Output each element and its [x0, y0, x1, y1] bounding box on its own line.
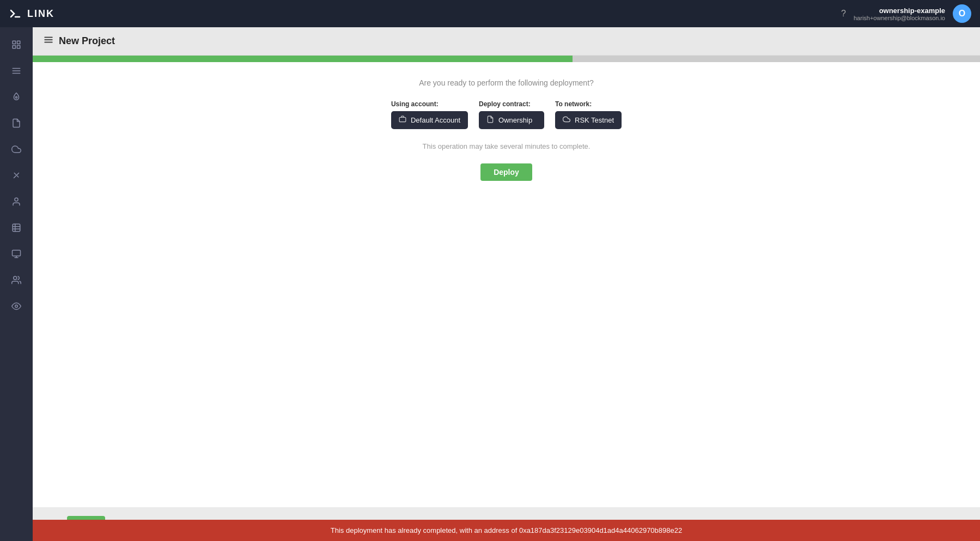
svg-rect-4	[17, 46, 20, 48]
sidebar-item-menu[interactable]	[4, 59, 28, 83]
svg-rect-22	[399, 118, 406, 122]
page-header: New Project	[33, 27, 980, 56]
svg-rect-14	[13, 250, 21, 256]
network-col: To network: RSK Testnet	[555, 100, 622, 129]
topbar-email: harish+ownership@blockmason.io	[854, 15, 945, 21]
content-area: New Project Are you ready to perform the…	[33, 27, 980, 541]
logo-icon	[9, 7, 22, 20]
topbar-right: ? ownership-example harish+ownership@blo…	[841, 4, 971, 23]
account-value: Default Account	[411, 116, 460, 124]
sidebar-item-plug[interactable]	[4, 163, 28, 187]
deployment-question: Are you ready to perform the following d…	[44, 78, 969, 87]
svg-point-8	[16, 96, 17, 98]
sidebar-item-cloud[interactable]	[4, 137, 28, 161]
operation-note: This operation may take several minutes …	[44, 142, 969, 150]
deploy-btn-row: Deploy	[44, 163, 969, 181]
main-card: Are you ready to perform the following d…	[33, 62, 980, 507]
contract-value: Ownership	[498, 116, 532, 124]
sidebar-item-eye[interactable]	[4, 294, 28, 318]
sidebar-item-table[interactable]	[4, 216, 28, 240]
network-badge: RSK Testnet	[555, 111, 622, 129]
progress-bar-fill	[33, 56, 573, 62]
topbar: LINK ? ownership-example harish+ownershi…	[0, 0, 980, 27]
sidebar-item-home[interactable]	[4, 33, 28, 57]
progress-bar-container	[33, 56, 980, 62]
account-badge: Default Account	[391, 111, 468, 129]
help-icon[interactable]: ?	[841, 9, 846, 19]
contract-label: Deploy contract:	[479, 100, 531, 108]
error-message: This deployment has already completed, w…	[331, 526, 682, 534]
sidebar-item-monitor[interactable]	[4, 242, 28, 266]
topbar-username: ownership-example	[879, 7, 945, 15]
sidebar-item-deploy[interactable]	[4, 85, 28, 109]
svg-rect-2	[17, 41, 20, 44]
error-banner: This deployment has already completed, w…	[33, 520, 980, 541]
network-value: RSK Testnet	[575, 116, 614, 124]
svg-point-9	[15, 198, 18, 201]
account-badge-icon	[399, 116, 406, 125]
svg-point-17	[14, 276, 17, 279]
svg-point-18	[15, 305, 18, 308]
svg-rect-3	[13, 46, 15, 48]
contract-badge-icon	[486, 116, 494, 125]
page-title: New Project	[59, 35, 115, 47]
logo-text: LINK	[27, 8, 54, 20]
sidebar-item-user[interactable]	[4, 190, 28, 214]
svg-rect-1	[13, 41, 15, 44]
main-layout: New Project Are you ready to perform the…	[0, 27, 980, 541]
page-header-icon	[44, 35, 53, 47]
account-col: Using account: Default Account	[391, 100, 468, 129]
sidebar	[0, 27, 33, 541]
deploy-button[interactable]: Deploy	[480, 163, 532, 181]
topbar-user-info: ownership-example harish+ownership@block…	[854, 7, 945, 21]
contract-badge: Ownership	[479, 111, 544, 129]
network-label: To network:	[555, 100, 592, 108]
deployment-info-row: Using account: Default Account Deploy co…	[44, 100, 969, 129]
sidebar-item-docs[interactable]	[4, 111, 28, 135]
avatar[interactable]: O	[953, 4, 971, 23]
account-label: Using account:	[391, 100, 439, 108]
contract-col: Deploy contract: Ownership	[479, 100, 544, 129]
svg-rect-10	[13, 224, 20, 232]
network-badge-icon	[563, 116, 570, 125]
topbar-left: LINK	[9, 7, 54, 20]
sidebar-item-team[interactable]	[4, 268, 28, 292]
